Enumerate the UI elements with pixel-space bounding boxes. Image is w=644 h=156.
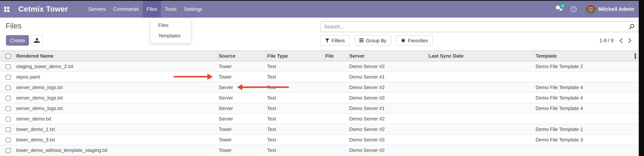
brand-title[interactable]: Cetmix Tower [18,5,68,13]
cell-last-sync-date [427,103,534,114]
cell-server: Demo Server #1 [348,103,427,114]
col-file[interactable]: File [324,51,348,61]
col-last-sync-date[interactable]: Last Sync Date [427,51,534,61]
cell-rendered-name: server_demo_logs.txt [15,82,218,93]
cell-rendered-name: server_demo_logs.txt [15,103,218,114]
cell-select [0,135,15,145]
cell-last-sync-date [427,124,534,135]
table-row[interactable]: server_demo.txt Server Text Demo Server … [0,114,639,124]
col-source[interactable]: Source [218,51,266,61]
apps-menu-icon[interactable] [4,6,10,12]
favorites-label: Favorites [408,38,428,43]
row-checkbox[interactable] [6,75,11,80]
col-rendered-name[interactable]: Rendered Name [15,51,218,61]
table-row[interactable]: tower_demo_1.txt Tower Text Demo Server … [0,124,639,135]
files-list-view: Rendered Name Source File Type File Serv… [0,51,639,156]
cell-rendered-name: server_demo_logs.txt [15,93,218,103]
cell-source: Tower [218,72,266,82]
menu-tools[interactable]: Tools [161,1,180,18]
row-checkbox[interactable] [6,64,11,69]
col-template[interactable]: Template [534,51,639,61]
cell-last-sync-date [427,72,534,82]
cell-file-type: Text [266,103,324,114]
search-icon[interactable] [629,24,634,30]
menu-servers[interactable]: Servers [84,1,109,18]
cell-select [0,103,15,114]
menu-files[interactable]: Files [143,1,161,18]
top-navbar: Cetmix Tower Servers Commands Files Tool… [0,1,639,18]
table-row[interactable]: staging_tower_demo_2.txt Tower Text Demo… [0,61,639,72]
create-button[interactable]: Create [6,35,29,46]
group-by-bars-icon [360,39,364,42]
messages-icon[interactable]: 4 [556,5,563,13]
row-checkbox[interactable] [6,96,11,101]
cell-select [0,72,15,82]
cell-select [0,124,15,135]
cell-file [324,72,348,82]
table-row[interactable]: server_demo_logs.txt Server Text Demo Se… [0,93,639,103]
cell-file [324,103,348,114]
window-edge-right [639,0,644,156]
filters-button[interactable]: Filters [320,35,350,46]
export-button[interactable] [31,35,43,46]
cell-server: Demo Server #2 [348,93,427,103]
cell-template: Demo File Template 4 [534,103,639,114]
cell-server: Demo Server #2 [348,61,427,72]
search-input[interactable] [321,24,629,30]
row-checkbox[interactable] [6,148,11,153]
col-server[interactable]: Server [348,51,427,61]
cell-last-sync-date [427,93,534,103]
row-checkbox[interactable] [6,117,11,122]
cell-file [324,124,348,135]
messages-count-badge: 4 [560,3,566,9]
chevron-right-icon[interactable] [628,38,632,43]
cell-server: Demo Server #2 [348,124,427,135]
row-checkbox[interactable] [6,106,11,111]
table-row[interactable]: tower_demo_without_template_staging.txt … [0,145,639,156]
star-icon [401,38,406,43]
cell-source: Server [218,103,266,114]
table-row[interactable]: server_demo_logs.txt Server Text Demo Se… [0,82,639,93]
cell-source: Tower [218,135,266,145]
user-avatar[interactable] [586,4,596,14]
table-row[interactable]: server_demo_logs.txt Server Text Demo Se… [0,103,639,114]
group-by-label: Group By [366,38,386,43]
table-row[interactable]: repos.yaml Tower Text Demo Server #1 [0,72,639,82]
cell-server: Demo Server #2 [348,82,427,93]
search-bar [320,21,638,32]
window-edge-top [0,0,644,1]
cell-select [0,145,15,156]
cell-file-type: Text [266,135,324,145]
chevron-left-icon[interactable] [619,38,622,43]
row-checkbox[interactable] [6,85,11,90]
cell-file [324,114,348,124]
cell-file [324,145,348,156]
dropdown-item-templates[interactable]: Templates [150,31,191,41]
cell-template: Demo File Template 3 [534,135,639,145]
menu-settings[interactable]: Settings [180,1,206,18]
table-row[interactable]: tower_demo_3.txt Tower Text Demo Server … [0,135,639,145]
navbar-right: 4 Mitchell Ad [556,4,634,14]
cell-source: Tower [218,61,266,72]
cell-file [324,61,348,72]
optional-columns-toggle-icon[interactable] [634,54,636,59]
cell-file [324,93,348,103]
dropdown-item-files[interactable]: Files [150,20,191,31]
cell-source: Tower [218,124,266,135]
group-by-button[interactable]: Group By [355,35,392,46]
cell-file [324,135,348,145]
favorites-button[interactable]: Favorites [396,35,433,46]
cell-file-type: Text [266,114,324,124]
col-file-type[interactable]: File Type [266,51,324,61]
cell-source: Server [218,114,266,124]
export-download-icon [34,38,40,43]
row-checkbox[interactable] [6,138,11,143]
select-all-checkbox[interactable] [6,54,11,59]
row-checkbox[interactable] [6,127,11,132]
menu-commands[interactable]: Commands [109,1,143,18]
cell-last-sync-date [427,82,534,93]
user-menu[interactable]: Mitchell Admin [598,6,634,12]
activity-clock-icon[interactable] [571,6,577,12]
files-dropdown-menu: Files Templates [150,18,191,43]
pager: 1-9 / 9 [599,35,632,46]
